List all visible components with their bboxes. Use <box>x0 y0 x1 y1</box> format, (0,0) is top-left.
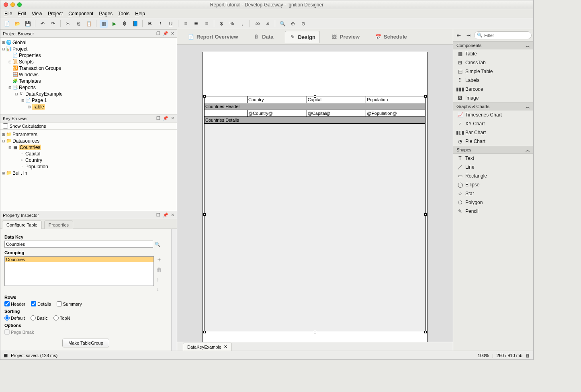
undo-button[interactable]: ↶ <box>39 20 47 28</box>
tree-table[interactable]: Table <box>32 104 45 110</box>
show-calculations-checkbox[interactable] <box>3 123 8 129</box>
tree-windows[interactable]: Windows <box>19 72 39 78</box>
status-gc-icon[interactable]: 🗑 <box>526 353 530 358</box>
tree-page1[interactable]: Page 1 <box>32 98 47 103</box>
key-tree[interactable]: ⊞📁Parameters ⊟📁Datasources ⊟▦Countries ▫… <box>0 130 177 178</box>
format-percent-button[interactable]: % <box>228 20 236 28</box>
italic-button[interactable]: I <box>156 20 164 28</box>
data-key-search-icon[interactable]: 🔍 <box>155 242 160 247</box>
palette-star[interactable]: ☆Star <box>453 189 533 198</box>
tree-scripts[interactable]: Scripts <box>19 59 34 65</box>
copy-button[interactable]: ⎘ <box>74 20 82 28</box>
palette-piechart[interactable]: ◔Pie Chart <box>453 137 533 146</box>
palette-ellipse[interactable]: ◯Ellipse <box>453 180 533 189</box>
panel-close-icon[interactable]: ✕ <box>171 31 174 36</box>
underline-button[interactable]: U <box>167 20 175 28</box>
save-button[interactable]: 💾 <box>24 20 32 28</box>
tab-configure-table[interactable]: Configure Table <box>2 220 42 229</box>
palette-simple-table[interactable]: ▤Simple Table <box>453 67 533 76</box>
palette-filter-field[interactable] <box>484 33 529 38</box>
status-grid-icon[interactable]: ▦ <box>4 353 8 358</box>
property-scrollbar[interactable] <box>171 229 177 351</box>
grouping-item[interactable]: Countries <box>5 257 153 262</box>
grouping-remove-button[interactable]: 🗑 <box>156 267 162 273</box>
zoom-fit-button[interactable]: 🔍 <box>278 20 286 28</box>
status-zoom[interactable]: 100% <box>478 353 489 358</box>
cell-capital[interactable]: @Capital@ <box>307 110 366 117</box>
key-datasources[interactable]: Datasources <box>12 138 39 144</box>
increase-decimal-button[interactable]: .00 <box>253 20 261 28</box>
rows-details-checkbox[interactable] <box>31 301 36 306</box>
tree-txgroups[interactable]: Transaction Groups <box>19 65 61 71</box>
sort-topn-radio[interactable] <box>53 315 59 321</box>
palette-image[interactable]: 🖼Image <box>453 94 533 102</box>
key-countries[interactable]: Countries <box>19 145 41 150</box>
mode-preview-button[interactable]: ▶ <box>110 20 118 28</box>
table-body-area[interactable] <box>205 123 426 332</box>
grouping-up-button[interactable]: ↑ <box>156 276 162 283</box>
zoom-in-button[interactable]: ⊕ <box>289 20 297 28</box>
redo-button[interactable]: ↷ <box>49 20 57 28</box>
panel-restore-icon[interactable]: ❐ <box>156 116 160 121</box>
menu-edit[interactable]: Edit <box>18 11 26 16</box>
palette-expand-button[interactable]: ⇥ <box>464 31 473 39</box>
palette-timeseries[interactable]: 📈Timeseries Chart <box>453 110 533 119</box>
cell-country[interactable]: @Country@ <box>247 110 307 117</box>
palette-text[interactable]: TText <box>453 154 533 163</box>
palette-crosstab[interactable]: ⊞CrossTab <box>453 58 533 67</box>
doc-tab-datakeyexample[interactable]: DataKeyExample ✕ <box>183 343 232 351</box>
tree-global[interactable]: Global <box>12 40 27 45</box>
new-button[interactable]: 📄 <box>3 20 11 28</box>
panel-restore-icon[interactable]: ❐ <box>156 31 160 36</box>
report-page[interactable]: Country Capital Population Countries Hea… <box>203 52 428 342</box>
palette-line[interactable]: ／Line <box>453 163 533 172</box>
doc-tab-close-icon[interactable]: ✕ <box>224 344 227 349</box>
cat-graphs-header[interactable]: Graphs & Charts︽ <box>453 102 533 110</box>
mode-db-button[interactable]: 🛢 <box>121 20 129 28</box>
menu-help[interactable]: Help <box>135 11 145 16</box>
mode-script-button[interactable]: 📘 <box>131 20 139 28</box>
palette-barchart[interactable]: ▮▯▮Bar Chart <box>453 128 533 137</box>
key-parameters[interactable]: Parameters <box>12 132 37 137</box>
tab-schedule[interactable]: 📅Schedule <box>371 31 411 43</box>
project-tree[interactable]: ⊞🌐Global ⊟📊Project 📄Properties ⊞📜Scripts… <box>0 38 177 112</box>
key-population[interactable]: Population <box>25 164 48 169</box>
tree-templates[interactable]: Templates <box>19 78 41 84</box>
design-canvas[interactable]: Country Capital Population Countries Hea… <box>177 45 453 342</box>
grouping-down-button[interactable]: ↓ <box>156 286 162 292</box>
align-right-button[interactable]: ≡ <box>203 20 211 28</box>
col-population[interactable]: Population <box>366 96 426 103</box>
tree-datakeyexample[interactable]: DataKeyExample <box>25 91 63 97</box>
panel-pin-icon[interactable]: 📌 <box>163 212 168 218</box>
menu-view[interactable]: View <box>32 11 42 16</box>
report-table-component[interactable]: Country Capital Population Countries Hea… <box>205 96 426 332</box>
panel-close-icon[interactable]: ✕ <box>171 116 174 121</box>
panel-restore-icon[interactable]: ❐ <box>156 212 160 218</box>
rows-summary-checkbox[interactable] <box>57 301 62 306</box>
panel-pin-icon[interactable]: 📌 <box>163 116 168 121</box>
tab-preview[interactable]: 🖼Preview <box>327 31 364 43</box>
align-left-button[interactable]: ≡ <box>182 20 190 28</box>
menu-component[interactable]: Component <box>68 11 93 16</box>
grouping-add-button[interactable]: ＋ <box>156 256 162 263</box>
palette-pencil[interactable]: ✎Pencil <box>453 207 533 216</box>
make-tablegroup-button[interactable]: Make TableGroup <box>62 339 109 347</box>
open-button[interactable]: 📂 <box>13 20 21 28</box>
band-details[interactable]: Countries Details <box>204 116 426 124</box>
palette-polygon[interactable]: ⬠Polygon <box>453 198 533 207</box>
panel-close-icon[interactable]: ✕ <box>171 212 174 218</box>
palette-barcode[interactable]: ▮▮▮Barcode <box>453 85 533 94</box>
menu-file[interactable]: File <box>4 11 12 16</box>
col-country[interactable]: Country <box>247 96 307 103</box>
mode-design-button[interactable]: ▦ <box>100 20 108 28</box>
menu-pages[interactable]: Pages <box>99 11 113 16</box>
format-currency-button[interactable]: $ <box>217 20 225 28</box>
palette-labels[interactable]: ⠿Labels <box>453 76 533 85</box>
menu-project[interactable]: Project <box>48 11 63 16</box>
grouping-list[interactable]: Countries <box>4 256 154 286</box>
palette-search[interactable]: 🔍 <box>474 31 532 39</box>
tree-project[interactable]: Project <box>12 46 27 52</box>
panel-pin-icon[interactable]: 📌 <box>163 31 168 36</box>
tab-properties[interactable]: Properties <box>44 220 73 229</box>
cat-shapes-header[interactable]: Shapes︽ <box>453 146 533 154</box>
